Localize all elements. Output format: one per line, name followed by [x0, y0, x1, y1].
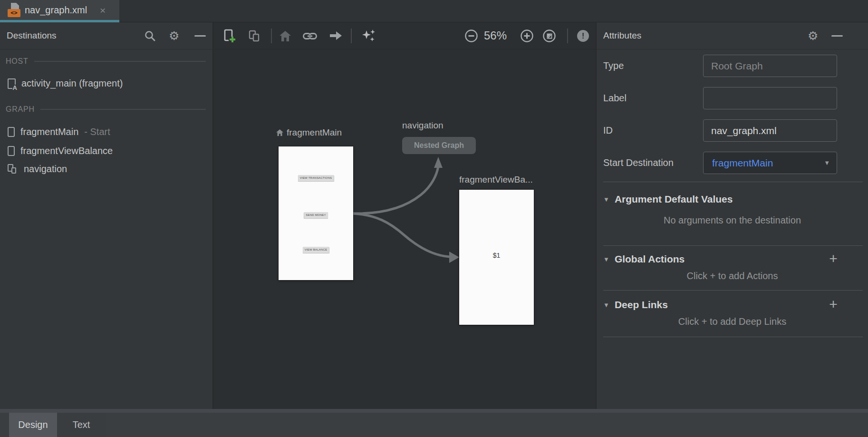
new-nested-graph-icon[interactable]	[249, 30, 261, 42]
fragment-main-node-label[interactable]: fragmentMain	[276, 127, 342, 138]
destination-item-fragment-main[interactable]: fragmentMain - Start	[8, 126, 110, 137]
destination-item-fragment-view-balance[interactable]: fragmentViewBalance	[8, 146, 113, 156]
zoom-to-fit-icon[interactable]	[543, 29, 556, 42]
attributes-title: Attributes	[603, 22, 641, 49]
navigation-graph-canvas[interactable]: fragmentMain VIEW TRANSACTIONS SEND MONE…	[214, 50, 596, 409]
separator	[603, 337, 863, 337]
add-global-action-icon[interactable]: +	[825, 252, 841, 266]
destinations-title: Destinations	[7, 22, 57, 49]
start-destination-dropdown[interactable]: fragmentMain ▼	[703, 152, 837, 174]
fragment-view-balance-node-label[interactable]: fragmentViewBa...	[459, 175, 533, 185]
action-arrow-icon[interactable]	[329, 30, 342, 41]
chevron-down-icon: ▼	[824, 152, 830, 174]
issues-warning-icon[interactable]: !	[577, 30, 589, 42]
home-icon[interactable]	[279, 30, 291, 42]
navigation-editor-window: <> nav_graph.xml × Destinations ⚙ HOST A…	[0, 0, 868, 437]
tab-title: nav_graph.xml	[25, 0, 87, 20]
zoom-in-icon[interactable]	[521, 29, 533, 42]
action-arrow-to-navigation[interactable]	[353, 157, 443, 214]
attributes-panel: Attributes ⚙ Type Root Graph Label ID na…	[596, 22, 868, 409]
preview-button: VIEW BALANCE	[303, 247, 329, 253]
host-section-header: HOST	[6, 57, 206, 66]
separator	[603, 245, 863, 246]
collapse-triangle-icon: ▼	[603, 301, 609, 309]
tab-nav-graph-xml[interactable]: <> nav_graph.xml ×	[0, 0, 119, 22]
type-field[interactable]: Root Graph	[703, 55, 837, 77]
editor-tab-bar: <> nav_graph.xml ×	[0, 0, 868, 22]
start-destination-suffix: - Start	[84, 126, 110, 137]
start-destination-label: Start Destination	[603, 152, 674, 174]
graph-section-header: GRAPH	[6, 105, 206, 114]
zoom-level: 56%	[481, 22, 510, 49]
deep-links-hint: Click + to add Deep Links	[597, 316, 868, 327]
preview-button: VIEW TRANSACTIONS	[298, 175, 334, 181]
fragment-icon	[8, 146, 15, 156]
separator	[603, 290, 863, 291]
hide-attributes-icon[interactable]	[831, 35, 843, 37]
auto-arrange-sparkles-icon[interactable]	[361, 29, 376, 44]
tab-text[interactable]: Text	[57, 413, 106, 437]
start-home-icon	[276, 129, 283, 136]
tab-design[interactable]: Design	[9, 413, 57, 437]
toolbar-separator	[351, 29, 352, 43]
design-surface: 56% !	[214, 22, 596, 409]
search-icon[interactable]	[144, 30, 156, 42]
fragment-view-balance-preview-card[interactable]: $1	[459, 190, 534, 325]
label-label: Label	[603, 87, 627, 109]
tab-close-icon[interactable]: ×	[100, 0, 106, 20]
destinations-panel: Destinations ⚙ HOST A activity_main (fra…	[0, 22, 213, 409]
destination-item-activity-main[interactable]: A activity_main (fragment)	[8, 78, 123, 89]
xml-layout-file-icon: <>	[8, 3, 21, 18]
separator	[603, 182, 863, 182]
nested-graph-node-label[interactable]: navigation	[402, 120, 444, 131]
attributes-header: Attributes ⚙	[597, 22, 868, 49]
preview-balance-text: $1	[459, 252, 534, 259]
label-field[interactable]	[703, 87, 837, 109]
deep-link-icon[interactable]	[303, 32, 317, 40]
id-label: ID	[603, 119, 613, 142]
editor-mode-bar: Design Text	[0, 409, 868, 437]
nested-graph-icon	[8, 164, 18, 175]
toolbar-separator	[271, 29, 272, 43]
id-field[interactable]: nav_graph.xml	[703, 119, 837, 142]
add-deep-link-icon[interactable]: +	[825, 297, 841, 311]
section-global-actions[interactable]: ▼ Global Actions	[603, 253, 685, 265]
action-arrow-to-fragment-view-balance[interactable]	[353, 214, 459, 263]
add-destination-icon[interactable]	[224, 29, 237, 43]
destination-item-navigation[interactable]: navigation	[8, 164, 67, 175]
zoom-out-icon[interactable]	[465, 29, 478, 42]
arguments-hint: No arguments on the destination	[597, 215, 868, 226]
global-actions-hint: Click + to add Actions	[597, 271, 868, 282]
toolbar-separator	[567, 29, 568, 43]
hide-panel-icon[interactable]	[194, 35, 206, 37]
fragment-main-preview-card[interactable]: VIEW TRANSACTIONS SEND MONEY VIEW BALANC…	[279, 146, 353, 280]
nested-graph-node[interactable]: Nested Graph	[402, 137, 476, 154]
canvas-toolbar: 56% !	[214, 22, 596, 49]
preview-button: SEND MONEY	[304, 212, 328, 218]
type-label: Type	[603, 55, 624, 77]
fragment-icon	[8, 127, 15, 137]
section-deep-links[interactable]: ▼ Deep Links	[603, 299, 668, 311]
section-argument-default-values[interactable]: ▼ Argument Default Values	[603, 194, 733, 205]
destinations-header: Destinations ⚙	[0, 22, 212, 49]
attributes-gear-icon[interactable]: ⚙	[808, 29, 818, 42]
destinations-gear-icon[interactable]: ⚙	[169, 29, 179, 42]
collapse-triangle-icon: ▼	[603, 196, 609, 203]
activity-icon: A	[8, 78, 16, 89]
collapse-triangle-icon: ▼	[603, 256, 609, 263]
action-arrows	[214, 50, 596, 409]
